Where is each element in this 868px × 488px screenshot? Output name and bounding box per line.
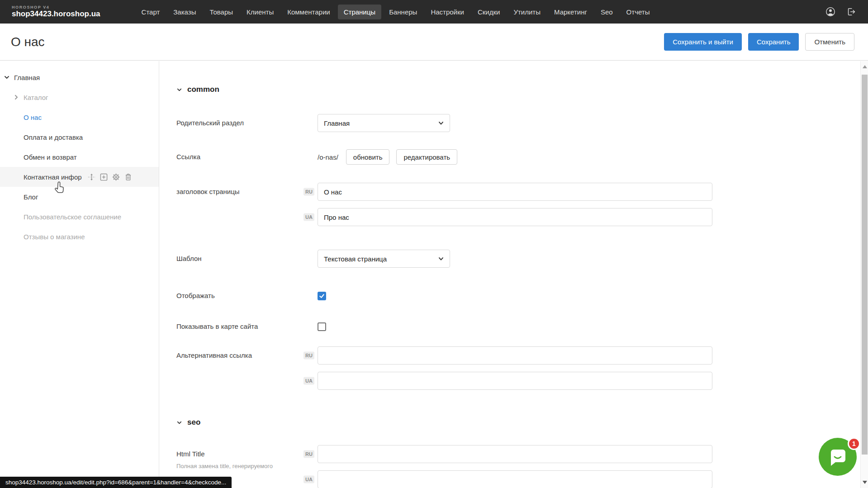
sitemap-row: Показывать в карте сайта bbox=[176, 322, 859, 331]
section-seo-toggle[interactable]: seo bbox=[176, 418, 200, 427]
parent-section-select[interactable]: Главная bbox=[318, 114, 450, 132]
delete-icon[interactable] bbox=[124, 173, 132, 181]
lang-badge-ua: UA bbox=[304, 213, 314, 221]
tree-item-katalog[interactable]: Каталог bbox=[0, 87, 159, 107]
brand-version: HOROSHOP V4 bbox=[12, 5, 100, 9]
menu-item-seo[interactable]: Seo bbox=[595, 5, 619, 19]
alt-link-ua-input[interactable] bbox=[318, 372, 712, 390]
page-title-row: заголовок страницы RU UA bbox=[176, 183, 859, 226]
tree-label: О нас bbox=[24, 114, 42, 121]
chat-widget-button[interactable]: 1 bbox=[819, 438, 857, 476]
sitemap-checkbox[interactable] bbox=[318, 322, 326, 331]
chevron-down-icon bbox=[438, 120, 444, 126]
link-row: Ссылка /o-nas/ обновить редактировать bbox=[176, 149, 859, 165]
tree-item-kontaktnaya-infor[interactable]: Контактная инфор bbox=[0, 167, 159, 187]
tree-label: Контактная инфор bbox=[24, 173, 82, 181]
html-title-label: Html Title bbox=[176, 450, 318, 459]
chevron-down-icon[interactable] bbox=[4, 74, 10, 81]
move-icon[interactable] bbox=[88, 173, 95, 181]
tree-label: Отзывы о магазине bbox=[24, 233, 85, 241]
main-menu: Старт Заказы Товары Клиенты Комментарии … bbox=[136, 5, 656, 19]
html-title-ru-input[interactable] bbox=[318, 445, 712, 463]
tree-label: Обмен и возврат bbox=[24, 153, 77, 161]
logout-icon[interactable] bbox=[846, 7, 856, 17]
tree-label: Блог bbox=[24, 193, 38, 201]
link-edit-button[interactable]: редактировать bbox=[396, 149, 457, 165]
sitemap-label: Показывать в карте сайта bbox=[176, 322, 318, 331]
menu-item-reports[interactable]: Отчеты bbox=[621, 5, 656, 19]
template-value: Текстовая страница bbox=[324, 255, 387, 263]
alt-link-row: Альтернативная ссылка RU UA bbox=[176, 346, 859, 390]
menu-item-pages[interactable]: Страницы bbox=[338, 5, 381, 19]
save-button[interactable]: Сохранить bbox=[748, 33, 799, 51]
tree-label: Оплата и доставка bbox=[24, 133, 83, 141]
tree-item-glavnaya[interactable]: Главная bbox=[0, 67, 159, 87]
chevron-right-icon[interactable] bbox=[13, 94, 19, 100]
menu-item-utilities[interactable]: Утилиты bbox=[508, 5, 546, 19]
menu-item-banners[interactable]: Баннеры bbox=[383, 5, 423, 19]
page-title-ru-input[interactable] bbox=[318, 183, 712, 201]
template-row: Шаблон Текстовая страница bbox=[176, 250, 859, 268]
brand-logo[interactable]: HOROSHOP V4 shop34423.horoshop.ua bbox=[12, 5, 100, 19]
tree-label: Пользовательское соглашение bbox=[24, 213, 121, 221]
brand-domain: shop34423.horoshop.ua bbox=[12, 9, 100, 19]
menu-item-marketing[interactable]: Маркетинг bbox=[548, 5, 593, 19]
settings-icon[interactable] bbox=[112, 173, 120, 181]
menu-item-comments[interactable]: Комментарии bbox=[281, 5, 336, 19]
display-row: Отображать bbox=[176, 291, 859, 300]
template-label: Шаблон bbox=[176, 254, 318, 263]
link-refresh-button[interactable]: обновить bbox=[346, 149, 390, 165]
parent-section-value: Главная bbox=[324, 119, 350, 127]
chevron-down-icon bbox=[438, 256, 444, 261]
save-and-exit-button[interactable]: Сохранить и выйти bbox=[664, 33, 742, 51]
template-select[interactable]: Текстовая страница bbox=[318, 250, 450, 268]
html-title-ua-input[interactable] bbox=[318, 470, 712, 488]
section-seo-title: seo bbox=[187, 418, 200, 427]
parent-section-row: Родительский раздел Главная bbox=[176, 114, 859, 132]
tree-item-oplata-i-dostavka[interactable]: Оплата и доставка bbox=[0, 127, 159, 147]
scroll-up-arrow-icon[interactable] bbox=[863, 65, 867, 68]
tree-item-blog[interactable]: Блог bbox=[0, 187, 159, 207]
alt-link-label: Альтернативная ссылка bbox=[176, 346, 318, 360]
menu-item-start[interactable]: Старт bbox=[136, 5, 166, 19]
lang-badge-ru: RU bbox=[304, 188, 314, 196]
menu-item-discounts[interactable]: Скидки bbox=[472, 5, 506, 19]
menu-item-orders[interactable]: Заказы bbox=[167, 5, 202, 19]
menu-item-clients[interactable]: Клиенты bbox=[241, 5, 280, 19]
account-icon[interactable] bbox=[825, 7, 835, 17]
link-value: /o-nas/ bbox=[318, 153, 338, 161]
tree-item-obmen-i-vozvrat[interactable]: Обмен и возврат bbox=[0, 147, 159, 167]
lang-badge-ua: UA bbox=[304, 476, 314, 483]
page-header: О нас Сохранить и выйти Сохранить Отмени… bbox=[0, 24, 868, 61]
section-common-toggle[interactable]: common bbox=[176, 85, 219, 94]
chevron-down-icon bbox=[176, 420, 182, 426]
page-title: О нас bbox=[11, 35, 45, 49]
tree-label: Каталог bbox=[24, 94, 48, 101]
page-edit-form: common Родительский раздел Главная Ссылк… bbox=[159, 61, 859, 488]
lang-badge-ru: RU bbox=[304, 352, 314, 360]
cancel-button[interactable]: Отменить bbox=[805, 33, 854, 51]
page-title-label: заголовок страницы bbox=[176, 183, 318, 196]
vertical-scrollbar[interactable] bbox=[860, 61, 868, 488]
parent-section-label: Родительский раздел bbox=[176, 118, 318, 128]
html-title-hint: Полная замена title, генерируемого bbox=[176, 462, 318, 471]
link-preview-statusbar: shop34423.horoshop.ua/edit/edit.php?id=6… bbox=[0, 477, 232, 488]
menu-item-settings[interactable]: Настройки bbox=[425, 5, 470, 19]
chat-bubble-icon bbox=[827, 447, 848, 467]
lang-badge-ua: UA bbox=[304, 377, 314, 385]
add-icon[interactable] bbox=[100, 173, 108, 181]
html-title-row: Html Title Полная замена title, генериру… bbox=[176, 445, 859, 488]
alt-link-ru-input[interactable] bbox=[318, 346, 712, 365]
tree-item-o-nas[interactable]: О нас bbox=[0, 107, 159, 127]
pages-tree-sidebar: Главная Каталог О нас Оплата и доставка … bbox=[0, 61, 159, 488]
page-title-ua-input[interactable] bbox=[318, 208, 712, 226]
tree-item-polzovatelskoe-soglashenie[interactable]: Пользовательское соглашение bbox=[0, 207, 159, 227]
scrollbar-thumb[interactable] bbox=[862, 75, 868, 455]
display-label: Отображать bbox=[176, 291, 318, 300]
display-checkbox[interactable] bbox=[318, 292, 326, 300]
link-label: Ссылка bbox=[176, 152, 318, 161]
tree-item-otzyvy-o-magazine[interactable]: Отзывы о магазине bbox=[0, 227, 159, 246]
lang-badge-ru: RU bbox=[304, 450, 314, 458]
scroll-down-arrow-icon[interactable] bbox=[863, 481, 867, 484]
menu-item-products[interactable]: Товары bbox=[204, 5, 239, 19]
